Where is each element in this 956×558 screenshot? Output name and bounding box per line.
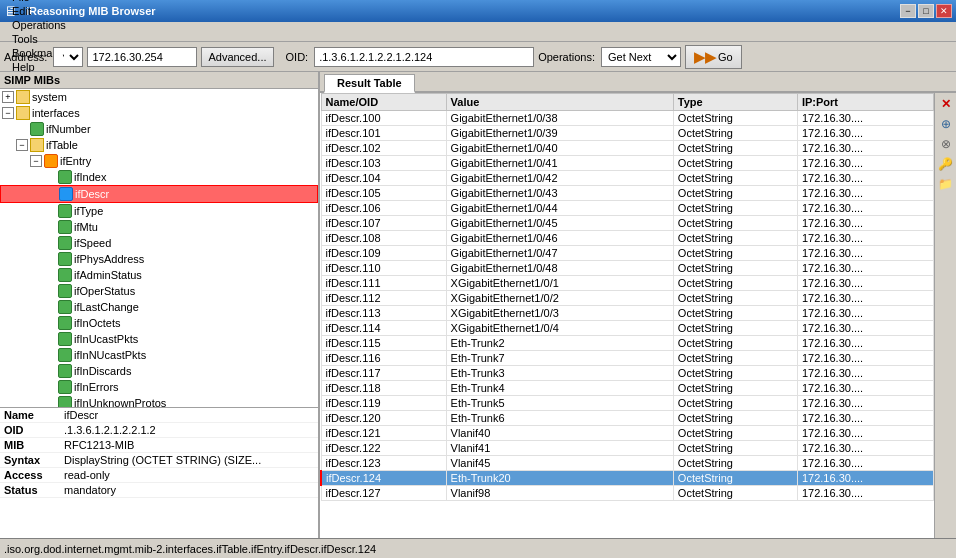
info-label-status: Status [4, 484, 64, 496]
address-type-select[interactable]: ▼ [53, 47, 83, 67]
sidebar-key-icon[interactable]: 🔑 [937, 155, 955, 173]
tree-label-ifInErrors: ifInErrors [74, 381, 119, 393]
table-row[interactable]: ifDescr.119Eth-Trunk5OctetString172.16.3… [321, 396, 934, 411]
tree-item-ifSpeed[interactable]: ifSpeed [0, 235, 318, 251]
cell-name: ifDescr.111 [321, 276, 446, 291]
table-row[interactable]: ifDescr.117Eth-Trunk3OctetString172.16.3… [321, 366, 934, 381]
oid-input[interactable] [314, 47, 534, 67]
tree-expand-interfaces[interactable]: − [2, 107, 14, 119]
cell-type: OctetString [673, 426, 797, 441]
result-table-tab[interactable]: Result Table [324, 74, 415, 93]
tree-item-ifNumber[interactable]: ifNumber [0, 121, 318, 137]
table-row[interactable]: ifDescr.120Eth-Trunk6OctetString172.16.3… [321, 411, 934, 426]
go-button[interactable]: ▶▶ Go [685, 45, 742, 69]
table-row[interactable]: ifDescr.116Eth-Trunk7OctetString172.16.3… [321, 351, 934, 366]
cell-ip: 172.16.30.... [797, 291, 933, 306]
cell-type: OctetString [673, 171, 797, 186]
table-row[interactable]: ifDescr.127Vlanif98OctetString172.16.30.… [321, 486, 934, 501]
menu-item-edit[interactable]: Edit [4, 4, 75, 18]
operations-select[interactable]: Get Get Next Get Bulk Set Walk Table [601, 47, 681, 67]
tree-item-ifEntry[interactable]: −ifEntry [0, 153, 318, 169]
tree-item-ifInDiscards[interactable]: ifInDiscards [0, 363, 318, 379]
tree-item-ifOperStatus[interactable]: ifOperStatus [0, 283, 318, 299]
table-row[interactable]: ifDescr.108GigabitEthernet1/0/46OctetStr… [321, 231, 934, 246]
maximize-button[interactable]: □ [918, 4, 934, 18]
cell-type: OctetString [673, 246, 797, 261]
table-row[interactable]: ifDescr.101GigabitEthernet1/0/39OctetStr… [321, 126, 934, 141]
table-row[interactable]: ifDescr.105GigabitEthernet1/0/43OctetStr… [321, 186, 934, 201]
go-arrow-icon: ▶▶ [694, 49, 716, 65]
table-row[interactable]: ifDescr.111XGigabitEthernet1/0/1OctetStr… [321, 276, 934, 291]
cell-type: OctetString [673, 306, 797, 321]
tree-item-interfaces[interactable]: −interfaces [0, 105, 318, 121]
table-row[interactable]: ifDescr.103GigabitEthernet1/0/41OctetStr… [321, 156, 934, 171]
cell-ip: 172.16.30.... [797, 276, 933, 291]
cell-value: GigabitEthernet1/0/43 [446, 186, 673, 201]
tree-item-ifLastChange[interactable]: ifLastChange [0, 299, 318, 315]
table-row[interactable]: ifDescr.118Eth-Trunk4OctetString172.16.3… [321, 381, 934, 396]
tree-item-ifInUcastPkts[interactable]: ifInUcastPkts [0, 331, 318, 347]
address-input[interactable] [87, 47, 197, 67]
table-row[interactable]: ifDescr.113XGigabitEthernet1/0/3OctetStr… [321, 306, 934, 321]
tree-item-ifMtu[interactable]: ifMtu [0, 219, 318, 235]
oid-label: OID: [286, 51, 309, 63]
table-row[interactable]: ifDescr.123Vlanif45OctetString172.16.30.… [321, 456, 934, 471]
cell-ip: 172.16.30.... [797, 321, 933, 336]
table-row[interactable]: ifDescr.121Vlanif40OctetString172.16.30.… [321, 426, 934, 441]
cell-value: GigabitEthernet1/0/46 [446, 231, 673, 246]
menu-item-operations[interactable]: Operations [4, 18, 75, 32]
tree-area[interactable]: +system−interfacesifNumber−ifTable−ifEnt… [0, 89, 318, 408]
table-row[interactable]: ifDescr.112XGigabitEthernet1/0/2OctetStr… [321, 291, 934, 306]
minimize-button[interactable]: − [900, 4, 916, 18]
tree-item-ifInNUcastPkts[interactable]: ifInNUcastPkts [0, 347, 318, 363]
table-row[interactable]: ifDescr.110GigabitEthernet1/0/48OctetStr… [321, 261, 934, 276]
cell-ip: 172.16.30.... [797, 186, 933, 201]
title-bar: 🖥 iReasoning MIB Browser − □ ✕ [0, 0, 956, 22]
table-row[interactable]: ifDescr.106GigabitEthernet1/0/44OctetStr… [321, 201, 934, 216]
leaf-icon-ifInDiscards [58, 364, 72, 378]
tree-expand-system[interactable]: + [2, 91, 14, 103]
table-row[interactable]: ifDescr.114XGigabitEthernet1/0/4OctetStr… [321, 321, 934, 336]
col-ip: IP:Port [797, 94, 933, 111]
cell-value: XGigabitEthernet1/0/4 [446, 321, 673, 336]
sidebar-add-icon[interactable]: ⊕ [937, 115, 955, 133]
table-row[interactable]: ifDescr.122Vlanif41OctetString172.16.30.… [321, 441, 934, 456]
leaf-icon-ifIndex [58, 170, 72, 184]
leaf-icon-ifOperStatus [58, 284, 72, 298]
result-table-area[interactable]: Name/OID Value Type IP:Port ifDescr.100G… [320, 93, 934, 538]
tree-item-system[interactable]: +system [0, 89, 318, 105]
cell-name: ifDescr.112 [321, 291, 446, 306]
tree-label-ifPhysAddress: ifPhysAddress [74, 253, 144, 265]
tree-item-ifDescr[interactable]: ifDescr [0, 185, 318, 203]
table-row[interactable]: ifDescr.115Eth-Trunk2OctetString172.16.3… [321, 336, 934, 351]
tree-item-ifAdminStatus[interactable]: ifAdminStatus [0, 267, 318, 283]
cell-name: ifDescr.127 [321, 486, 446, 501]
table-row[interactable]: ifDescr.104GigabitEthernet1/0/42OctetStr… [321, 171, 934, 186]
sidebar-remove-icon[interactable]: ⊗ [937, 135, 955, 153]
tree-item-ifIndex[interactable]: ifIndex [0, 169, 318, 185]
sidebar-folder-icon[interactable]: 📁 [937, 175, 955, 193]
tree-item-ifInErrors[interactable]: ifInErrors [0, 379, 318, 395]
advanced-button[interactable]: Advanced... [201, 47, 273, 67]
info-value-syntax: DisplayString (OCTET STRING) (SIZE... [64, 454, 314, 466]
table-row[interactable]: ifDescr.107GigabitEthernet1/0/45OctetStr… [321, 216, 934, 231]
close-button[interactable]: ✕ [936, 4, 952, 18]
menu-item-tools[interactable]: Tools [4, 32, 75, 46]
cell-value: Vlanif45 [446, 456, 673, 471]
tree-item-ifInOctets[interactable]: ifInOctets [0, 315, 318, 331]
tree-item-ifPhysAddress[interactable]: ifPhysAddress [0, 251, 318, 267]
cell-type: OctetString [673, 441, 797, 456]
table-row[interactable]: ifDescr.102GigabitEthernet1/0/40OctetStr… [321, 141, 934, 156]
sidebar-close-icon[interactable]: ✕ [937, 95, 955, 113]
tree-expand-ifEntry[interactable]: − [30, 155, 42, 167]
tree-item-ifTable[interactable]: −ifTable [0, 137, 318, 153]
table-row[interactable]: ifDescr.109GigabitEthernet1/0/47OctetStr… [321, 246, 934, 261]
table-row[interactable]: ifDescr.124Eth-Trunk20OctetString172.16.… [321, 471, 934, 486]
tree-expand-ifTable[interactable]: − [16, 139, 28, 151]
cell-ip: 172.16.30.... [797, 441, 933, 456]
table-row[interactable]: ifDescr.100GigabitEthernet1/0/38OctetStr… [321, 111, 934, 126]
tree-item-ifInUnknownProtos[interactable]: ifInUnknownProtos [0, 395, 318, 408]
info-label-name: Name [4, 409, 64, 421]
tree-item-ifType[interactable]: ifType [0, 203, 318, 219]
cell-type: OctetString [673, 411, 797, 426]
